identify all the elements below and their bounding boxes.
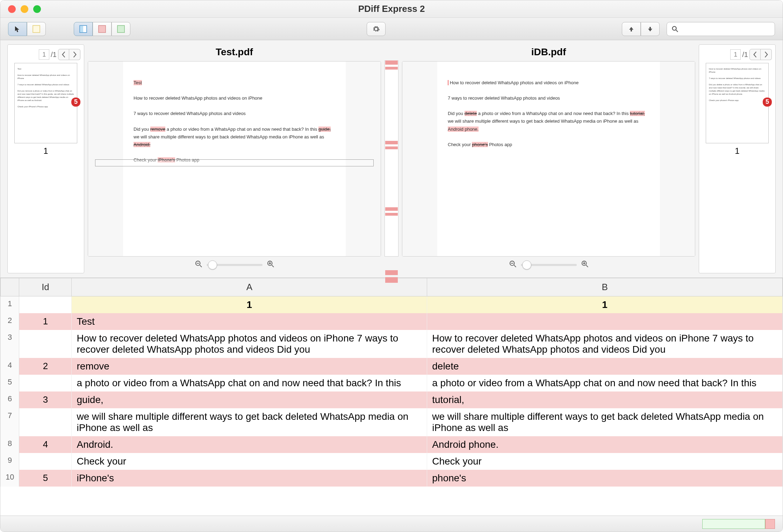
row-number: 9: [1, 453, 19, 470]
diff-id-cell: 1: [19, 313, 72, 330]
prev-diff-button[interactable]: [622, 22, 641, 36]
diff-strip-mark[interactable]: [385, 270, 398, 275]
row-number: 1: [1, 296, 19, 314]
row-number: 10: [1, 470, 19, 487]
left-page-input[interactable]: [39, 49, 49, 60]
split-view-button[interactable]: [74, 22, 93, 36]
search-input[interactable]: [682, 25, 770, 33]
left-page-thumbnail[interactable]: TestHow to recover deleted WhatsApp phot…: [14, 63, 77, 143]
statusbar: [0, 516, 783, 532]
right-filename: iDB.pdf: [402, 44, 695, 61]
settings-button[interactable]: [367, 22, 386, 36]
app-window: PDiff Express 2: [0, 0, 783, 532]
diff-strip-mark[interactable]: [385, 146, 398, 149]
zoom-out-icon[interactable]: [195, 260, 202, 270]
diff-strip-mark[interactable]: [385, 207, 398, 211]
gear-icon: [372, 25, 380, 33]
table-row[interactable]: 7we will share multiple different ways t…: [1, 408, 783, 436]
diff-table-panel[interactable]: Id A B 11121Test3How to recover deleted …: [0, 278, 783, 516]
table-row[interactable]: 9Check yourCheck your: [1, 453, 783, 470]
arrow-up-icon: [628, 26, 635, 33]
left-viewport-indicator[interactable]: [95, 159, 374, 166]
table-row[interactable]: 111: [1, 296, 783, 314]
rectangle-tool-button[interactable]: [27, 22, 46, 36]
diff-strip-mark[interactable]: [385, 67, 398, 70]
next-diff-button[interactable]: [641, 22, 660, 36]
status-red-indicator: [765, 519, 775, 529]
zoom-out-icon[interactable]: [509, 260, 517, 270]
diff-id-cell: [19, 296, 72, 314]
b-cell: a photo or video from a WhatsApp chat on…: [427, 375, 783, 391]
right-diff-count-badge: 5: [763, 98, 772, 107]
b-cell: delete: [427, 358, 783, 375]
diff-id-cell: 4: [19, 436, 72, 453]
right-next-page-button[interactable]: [761, 49, 772, 60]
id-column-header[interactable]: Id: [19, 278, 72, 296]
left-zoom-slider[interactable]: [207, 264, 263, 266]
titlebar: PDiff Express 2: [0, 0, 783, 18]
rectangle-icon: [33, 25, 40, 33]
left-prev-page-button[interactable]: [58, 49, 69, 60]
table-row[interactable]: 21Test: [1, 313, 783, 330]
b-cell: 1: [427, 296, 783, 314]
toolbar: [0, 18, 783, 40]
left-next-page-button[interactable]: [69, 49, 80, 60]
b-column-header[interactable]: B: [427, 278, 783, 296]
table-row[interactable]: 3How to recover deleted WhatsApp photos …: [1, 330, 783, 358]
right-prev-page-button[interactable]: [749, 49, 761, 60]
table-row[interactable]: 84Android.Android phone.: [1, 436, 783, 453]
svg-line-8: [272, 265, 274, 267]
comparison-area: /1 TestHow to recover deleted WhatsApp p…: [0, 40, 783, 278]
svg-line-4: [200, 265, 202, 267]
arrow-down-icon: [647, 26, 654, 33]
a-column-header[interactable]: A: [72, 278, 427, 296]
overlay-red-button[interactable]: [93, 22, 112, 36]
table-row[interactable]: 105iPhone'sphone's: [1, 470, 783, 487]
table-row[interactable]: 5a photo or video from a WhatsApp chat o…: [1, 375, 783, 391]
table-row[interactable]: 42removedelete: [1, 358, 783, 375]
right-page-total: /1: [742, 51, 748, 59]
left-thumbnail-panel: /1 TestHow to recover deleted WhatsApp p…: [7, 44, 84, 273]
a-cell: guide,: [72, 391, 427, 408]
table-row[interactable]: 63guide,tutorial,: [1, 391, 783, 408]
svg-line-1: [676, 30, 678, 32]
left-document-view[interactable]: Test How to recover deleted WhatsApp pho…: [88, 61, 381, 257]
b-cell: Check your: [427, 453, 783, 470]
right-document-view[interactable]: How to recover deleted WhatsApp photos a…: [402, 61, 695, 257]
right-page-nav: /1: [703, 48, 772, 61]
status-green-indicator: [702, 519, 765, 529]
diff-strip-mark[interactable]: [385, 213, 398, 216]
right-thumb-page-number: 1: [703, 146, 772, 156]
diff-id-cell: [19, 408, 72, 436]
search-icon: [671, 25, 679, 33]
a-cell: 1: [72, 296, 427, 314]
view-mode-group: [74, 22, 130, 36]
zoom-in-icon[interactable]: [581, 260, 589, 270]
pointer-tool-button[interactable]: [8, 22, 27, 36]
right-page-input[interactable]: [730, 49, 741, 60]
search-field[interactable]: [667, 22, 775, 36]
row-number: 2: [1, 313, 19, 330]
a-cell: iPhone's: [72, 470, 427, 487]
zoom-in-icon[interactable]: [267, 260, 274, 270]
right-zoom-slider[interactable]: [521, 264, 577, 266]
left-page-total: /1: [51, 51, 57, 59]
overlay-green-button[interactable]: [112, 22, 130, 36]
svg-line-15: [586, 265, 588, 267]
slider-knob[interactable]: [522, 260, 531, 269]
right-page-thumbnail[interactable]: How to recover deleted WhatsApp photos a…: [706, 63, 769, 143]
diff-strip-mark[interactable]: [385, 141, 398, 144]
row-number: 7: [1, 408, 19, 436]
split-view-icon: [79, 25, 87, 33]
diff-strip-mark[interactable]: [385, 60, 398, 65]
right-document-pane: iDB.pdf How to recover deleted WhatsApp …: [402, 44, 695, 273]
diff-id-cell: 5: [19, 470, 72, 487]
row-number: 3: [1, 330, 19, 358]
slider-knob[interactable]: [208, 260, 217, 269]
diff-overview-strip[interactable]: [385, 60, 398, 257]
right-zoom-controls: [402, 257, 695, 273]
diff-strip-mark[interactable]: [385, 277, 398, 283]
b-cell: How to recover deleted WhatsApp photos a…: [427, 330, 783, 358]
b-cell: tutorial,: [427, 391, 783, 408]
diff-table: Id A B 11121Test3How to recover deleted …: [0, 278, 783, 487]
